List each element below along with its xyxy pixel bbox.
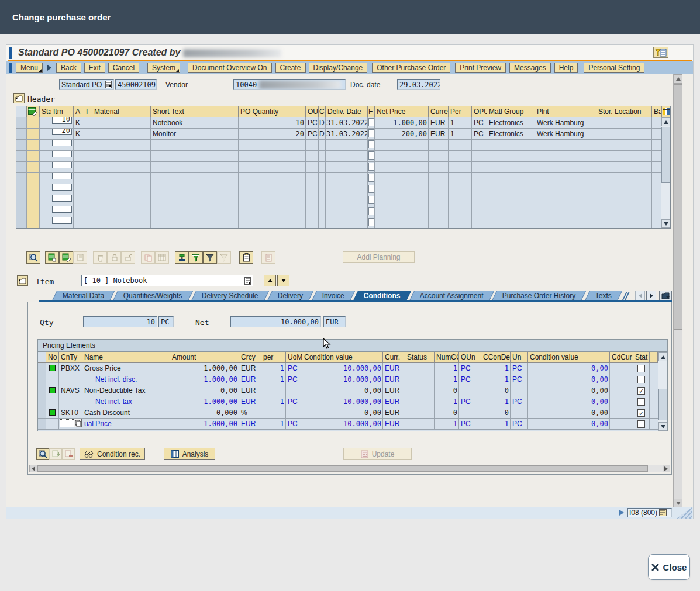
po-quantity-cell[interactable]: 10 <box>239 117 306 129</box>
cancel-button[interactable]: Cancel <box>108 63 139 73</box>
col-plnt[interactable]: Plnt <box>535 106 596 117</box>
material-cell[interactable] <box>92 117 151 129</box>
item-grid-empty-row[interactable] <box>16 184 670 195</box>
pcol-cnty[interactable]: CnTy <box>59 352 82 363</box>
matl-group-cell[interactable]: Electronics <box>487 129 535 140</box>
name-cell[interactable]: Gross Price <box>82 363 170 374</box>
grid-mode-icon[interactable] <box>27 106 40 117</box>
curr-cell[interactable]: EUR <box>383 385 405 396</box>
col-a[interactable]: A <box>74 106 84 117</box>
select-all-corner[interactable] <box>16 106 27 117</box>
per-cell[interactable]: 1 <box>449 117 472 129</box>
col-i[interactable]: I <box>84 106 92 117</box>
pcol-cconde[interactable]: CConDe <box>481 352 511 363</box>
curr-cell[interactable]: EUR <box>383 407 405 419</box>
condition-value2-cell[interactable]: 0,00 <box>528 385 610 396</box>
tab-delivery-schedule[interactable]: Delivery Schedule <box>191 291 268 301</box>
messages-button[interactable]: Messages <box>509 63 551 73</box>
col-matl-group[interactable]: Matl Group <box>487 106 535 117</box>
po-number-field[interactable]: 4500021097 <box>115 79 157 90</box>
header-expand-button[interactable] <box>13 93 25 103</box>
tab-delivery[interactable]: Delivery <box>267 291 313 301</box>
un-cell[interactable]: PC <box>511 419 528 430</box>
pricing-row[interactable]: SKT0 Cash Discount 0,000 % 0,00 EUR 0 0 <box>38 407 667 419</box>
opu-cell[interactable]: PC <box>472 117 487 129</box>
currency-cell[interactable]: EUR <box>429 129 449 140</box>
crcy-cell[interactable]: EUR <box>239 385 261 396</box>
clipboard-icon[interactable] <box>239 251 253 264</box>
stat-checkbox[interactable] <box>637 420 645 428</box>
col-c[interactable]: C <box>319 106 326 117</box>
cconde-cell[interactable]: 1 <box>481 419 511 430</box>
pricing-row[interactable]: NAVS Non-Deductible Tax 0,00 EUR 0,00 EU… <box>38 385 667 396</box>
exit-button[interactable]: Exit <box>84 63 105 73</box>
cdcur-cell[interactable] <box>610 363 633 374</box>
curr-cell[interactable]: EUR <box>383 374 405 385</box>
pcol-un[interactable]: Un <box>511 352 528 363</box>
cdcur-cell[interactable] <box>610 396 633 407</box>
status-cell[interactable] <box>405 374 435 385</box>
dropdown-icon[interactable] <box>105 81 112 88</box>
col-our[interactable]: OUr <box>306 106 319 117</box>
pcol-curr[interactable]: Curr. <box>383 352 405 363</box>
plant-cell[interactable]: Werk Hamburg <box>535 117 596 129</box>
col-curren[interactable]: Curren <box>429 106 449 117</box>
oun-cell[interactable]: PC <box>459 363 481 374</box>
amount-cell[interactable]: 1.000,00 <box>170 374 239 385</box>
numcc-cell[interactable]: 1 <box>435 396 459 407</box>
status-cell[interactable] <box>405 419 435 430</box>
condition-value-cell[interactable]: 10.000,00 <box>302 419 383 430</box>
uom-cell[interactable]: PC <box>286 396 302 407</box>
create-button[interactable]: Create <box>275 63 306 73</box>
scroll-down-icon[interactable] <box>658 422 667 431</box>
itm-input[interactable] <box>52 162 72 168</box>
pricing-scrollbar[interactable] <box>658 352 667 431</box>
col-net-price[interactable]: Net Price <box>375 106 429 117</box>
main-scrollbar[interactable] <box>673 74 682 508</box>
cnty-cell[interactable] <box>59 419 82 430</box>
curr-cell[interactable]: EUR <box>383 363 405 374</box>
un-cell[interactable]: PC <box>511 374 528 385</box>
stat-checkbox[interactable] <box>637 387 645 395</box>
cdcur-cell[interactable] <box>610 419 633 430</box>
condition-value-cell[interactable]: 10.000,00 <box>302 396 383 407</box>
tab-overview-icon[interactable] <box>659 291 672 300</box>
row-select-cell[interactable] <box>16 129 27 140</box>
per-cell[interactable]: 1 <box>261 396 286 407</box>
system-list-icon[interactable] <box>659 509 667 516</box>
itm-input[interactable]: 20 <box>52 129 72 135</box>
help-button[interactable]: Help <box>554 63 578 73</box>
per-cell[interactable] <box>261 407 286 419</box>
item-grid-empty-row[interactable] <box>16 206 670 217</box>
system-info-field[interactable]: I08 (800) <box>627 508 672 517</box>
matl-group-cell[interactable]: Electronics <box>487 117 535 129</box>
document-overview-button[interactable]: Document Overview On <box>188 63 271 73</box>
pcol-numcc[interactable]: NumCC <box>435 352 459 363</box>
net-currency-field[interactable]: EUR <box>323 316 346 327</box>
item-row[interactable]: 10 K Notebook 10 PC D 31.03.2022 1.000,0… <box>16 117 670 129</box>
other-purchase-order-button[interactable]: Other Purchase Order <box>372 63 450 73</box>
menu-button[interactable]: Menu <box>16 63 43 73</box>
item-expand-button[interactable] <box>17 275 28 286</box>
status-cell[interactable] <box>405 363 435 374</box>
numcc-cell[interactable]: 1 <box>435 363 459 374</box>
system-button[interactable]: System <box>147 63 180 73</box>
tab-scroll-right-icon[interactable] <box>646 291 656 300</box>
next-item-button[interactable] <box>277 275 289 286</box>
dropdown-icon[interactable] <box>244 277 251 285</box>
item-grid-empty-row[interactable] <box>16 151 670 162</box>
condition-value2-cell[interactable]: 0,00 <box>528 407 610 419</box>
cdcur-cell[interactable] <box>610 374 633 385</box>
numcc-cell[interactable]: 0 <box>435 407 459 419</box>
item-grid-empty-row[interactable] <box>16 140 670 151</box>
edit-row-icon[interactable] <box>59 251 73 264</box>
pcol-amount[interactable]: Amount <box>170 352 239 363</box>
close-button[interactable]: Close <box>648 554 690 580</box>
un-cell[interactable]: PC <box>511 396 528 407</box>
stor-location-cell[interactable] <box>596 117 652 129</box>
name-cell[interactable]: Non-Deductible Tax <box>82 385 170 396</box>
pcol-condition-value2[interactable]: Condition value <box>528 352 610 363</box>
net-price-cell[interactable]: 1.000,00 <box>375 117 429 129</box>
pcol-stat[interactable]: Stat <box>633 352 650 363</box>
pricing-row[interactable]: ual Price 1.000,00 EUR 1 PC 10.000,00 EU… <box>38 419 667 430</box>
